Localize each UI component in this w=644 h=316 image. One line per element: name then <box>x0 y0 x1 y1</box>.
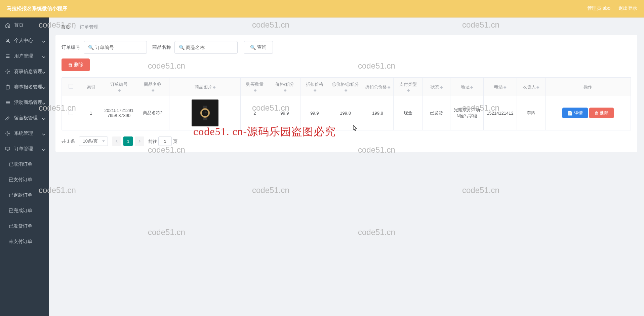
watermark: code51.cn <box>252 186 289 195</box>
product-name-input-wrap: 🔍 <box>174 41 238 54</box>
sidebar-sub-paid[interactable]: 已支付订单 <box>0 172 49 188</box>
svg-rect-6 <box>203 106 207 108</box>
sidebar-item-users[interactable]: 用户管理 <box>0 48 49 64</box>
th-phone[interactable]: 电话 ◆ <box>484 78 517 96</box>
product-thumbnail[interactable] <box>192 100 218 126</box>
th-status[interactable]: 状态 ◆ <box>423 78 450 96</box>
th-product-name[interactable]: 商品名称◆ <box>136 78 169 96</box>
detail-button[interactable]: 📄 详情 <box>562 108 588 118</box>
svg-point-4 <box>7 133 8 134</box>
order-no-input[interactable] <box>95 45 143 50</box>
product-name-label: 商品名称 <box>152 44 171 50</box>
search-icon: 🔍 <box>88 45 94 50</box>
next-page-button[interactable] <box>135 136 144 146</box>
th-discount-price[interactable]: 折扣价格◆ <box>300 78 329 96</box>
sidebar-sub-cancelled[interactable]: 已取消订单 <box>0 157 49 172</box>
th-order-no[interactable]: 订单编号◆ <box>102 78 136 96</box>
cell-buy-qty: 2 <box>241 96 269 130</box>
sidebar-sub-unpaid[interactable]: 未支付订单 <box>0 234 49 249</box>
sidebar-item-label: 留言板管理 <box>14 115 38 121</box>
sidebar-item-home[interactable]: 首页 <box>0 17 49 33</box>
sidebar-sub-refunded[interactable]: 已退款订单 <box>0 188 49 203</box>
th-pay-type[interactable]: 支付类型◆ <box>393 78 423 96</box>
sidebar-sub-shipped[interactable]: 已发货订单 <box>0 219 49 234</box>
sidebar-sub-completed[interactable]: 已完成订单 <box>0 203 49 219</box>
page-jump-input[interactable] <box>158 136 172 146</box>
watch-icon <box>197 105 213 121</box>
top-header: 马拉松报名系统微信小程序 管理员 abo 退出登录 <box>0 0 644 17</box>
th-index[interactable]: 索引 <box>80 78 102 96</box>
page-jump: 前往 页 <box>148 136 177 146</box>
th-product-image[interactable]: 商品图片 ◆ <box>169 78 241 96</box>
cell-actions: 📄 详情 🗑 删除 <box>545 96 631 130</box>
sidebar-item-label: 已支付订单 <box>9 177 32 183</box>
chevron-down-icon <box>42 147 45 151</box>
breadcrumb-home[interactable]: 首页 <box>61 24 70 30</box>
user-label[interactable]: 管理员 abo <box>587 5 610 11</box>
sidebar-item-board[interactable]: 留言板管理 <box>0 110 49 126</box>
sidebar-item-event-reg[interactable]: 赛事报名管理 <box>0 79 49 95</box>
user-icon <box>5 38 11 44</box>
page-size-select[interactable]: 10条/页 <box>79 136 108 146</box>
app-title: 马拉松报名系统微信小程序 <box>7 5 67 12</box>
chevron-down-icon <box>42 85 45 89</box>
product-name-input[interactable] <box>186 45 233 50</box>
svg-point-1 <box>7 71 8 72</box>
svg-rect-7 <box>203 117 207 120</box>
header-right: 管理员 abo 退出登录 <box>580 5 637 11</box>
gear-icon <box>5 130 11 136</box>
order-no-label: 订单编号 <box>62 44 80 50</box>
order-table: 索引 订单编号◆ 商品名称◆ 商品图片 ◆ 购买数量◆ 价格/积分◆ 折扣价格◆… <box>62 77 631 130</box>
sidebar-item-orders[interactable]: 订单管理 <box>0 141 49 157</box>
table-row: 1 2021517212917658 37890 商品名称2 2 99.9 99… <box>62 96 631 130</box>
breadcrumb-current: 订单管理 <box>80 24 98 30</box>
th-action: 操作 <box>545 78 631 96</box>
page-number-button[interactable]: 1 <box>123 136 133 146</box>
sidebar-item-system[interactable]: 系统管理 <box>0 126 49 141</box>
row-checkbox[interactable] <box>69 110 73 115</box>
cell-discount-total: 199.8 <box>362 96 393 130</box>
select-all-checkbox[interactable] <box>69 84 73 89</box>
sidebar-item-label: 赛事报名管理 <box>14 84 42 90</box>
cell-order-no: 2021517212917658 37890 <box>102 96 136 130</box>
cell-product-name: 商品名称2 <box>136 96 169 130</box>
action-row: 🗑 删除 <box>62 58 631 71</box>
sidebar-item-profile[interactable]: 个人中心 <box>0 33 49 48</box>
th-address[interactable]: 地址 ◆ <box>450 78 484 96</box>
sort-icon: ◆ <box>536 85 539 89</box>
sort-icon: ◆ <box>407 88 410 92</box>
row-delete-button[interactable]: 🗑 删除 <box>589 108 614 118</box>
th-buy-qty[interactable]: 购买数量◆ <box>241 78 269 96</box>
order-no-input-wrap: 🔍 <box>84 41 147 54</box>
pagination: 共 1 条 10条/页 1 前往 页 <box>62 136 631 146</box>
bulk-delete-button[interactable]: 🗑 删除 <box>62 58 90 71</box>
sidebar-item-event-info[interactable]: 赛事信息管理 <box>0 64 49 79</box>
sort-icon: ◆ <box>440 85 443 89</box>
cell-address: 光耀东方广场N座写字楼 <box>450 96 484 130</box>
sort-icon: ◆ <box>470 85 473 89</box>
chevron-down-icon <box>42 39 45 42</box>
sort-icon: ◆ <box>254 88 256 92</box>
gear-icon <box>5 69 11 75</box>
th-price[interactable]: 价格/积分◆ <box>269 78 300 96</box>
delete-button-label: 删除 <box>74 62 83 68</box>
prev-page-button[interactable] <box>112 136 121 146</box>
chevron-down-icon <box>42 54 45 58</box>
th-discount-total[interactable]: 折扣总价格 ◆ <box>362 78 393 96</box>
query-button[interactable]: 🔍 查询 <box>244 41 273 54</box>
th-recipient[interactable]: 收货人 ◆ <box>517 78 545 96</box>
sidebar-item-label: 个人中心 <box>14 38 33 44</box>
home-icon <box>5 22 11 28</box>
breadcrumb: 首页 / 订单管理 <box>49 17 644 35</box>
trash-icon: 🗑 <box>594 111 599 116</box>
sort-icon: ◆ <box>118 88 121 92</box>
grid-icon <box>5 100 11 106</box>
clipboard-icon <box>5 84 11 90</box>
sort-icon: ◆ <box>284 88 286 92</box>
logout-link[interactable]: 退出登录 <box>618 5 637 11</box>
chevron-down-icon <box>42 116 45 120</box>
th-total-price[interactable]: 总价格/总积分 ◆ <box>329 78 362 96</box>
sidebar-item-label: 活动商场管理 <box>14 100 42 106</box>
sidebar-item-mall[interactable]: 活动商场管理 <box>0 95 49 110</box>
cell-product-image <box>169 96 241 130</box>
